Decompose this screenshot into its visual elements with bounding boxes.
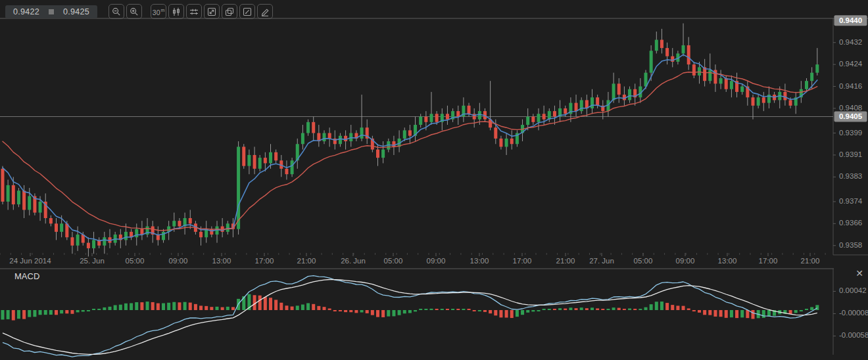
time-tick-label: 05:00 xyxy=(126,257,145,265)
time-tick-label: 13:00 xyxy=(212,257,231,265)
macd-histogram-bar xyxy=(542,309,546,310)
close-icon: ✕ xyxy=(856,268,863,279)
time-tick-label: 25. Jun xyxy=(80,257,105,265)
edit-button[interactable] xyxy=(239,4,255,19)
macd-histogram-bar xyxy=(553,309,556,310)
indicator-settings-button[interactable] xyxy=(186,4,202,19)
candle-body xyxy=(526,116,529,125)
candle-body xyxy=(740,87,744,92)
draw-button[interactable] xyxy=(257,4,273,19)
macd-histogram-bar xyxy=(671,305,674,310)
time-tick-label: 21:00 xyxy=(801,257,820,265)
candle-body xyxy=(789,100,792,105)
macd-histogram-bar xyxy=(644,307,648,310)
candle-body xyxy=(564,108,567,114)
macd-histogram-bar xyxy=(601,309,604,310)
macd-histogram-bar xyxy=(606,309,610,310)
macd-histogram-bar xyxy=(76,310,80,312)
macd-histogram-bar xyxy=(414,310,417,311)
candle-body xyxy=(430,114,433,122)
zoom-out-button[interactable] xyxy=(108,4,124,19)
candle-body xyxy=(591,97,594,108)
time-tick-label: 09:00 xyxy=(676,257,695,265)
candle-body xyxy=(692,64,696,76)
candle-body xyxy=(199,232,203,237)
candle-body xyxy=(12,185,15,204)
fullscreen-button[interactable] xyxy=(204,4,220,19)
candle-body xyxy=(805,81,808,89)
candle-body xyxy=(665,48,669,56)
macd-histogram-bar xyxy=(306,303,310,310)
macd-histogram-bar xyxy=(226,307,229,310)
macd-histogram-bar xyxy=(39,310,42,315)
macd-histogram-bar xyxy=(296,305,299,310)
macd-histogram-bar xyxy=(569,307,572,310)
candle-body xyxy=(580,100,583,111)
macd-histogram-bar xyxy=(665,303,669,310)
sliders-icon xyxy=(189,7,199,16)
macd-histogram-bar xyxy=(478,310,481,311)
candle-body xyxy=(103,237,106,246)
macd-histogram-bar xyxy=(1,310,5,320)
macd-histogram-bar xyxy=(49,310,53,315)
zoom-out-icon xyxy=(112,7,121,16)
macd-histogram-bar xyxy=(424,309,427,310)
candle-body xyxy=(258,158,262,169)
macd-histogram-bar xyxy=(730,310,733,317)
compare-button[interactable] xyxy=(222,4,237,19)
macd-histogram-bar xyxy=(499,310,502,317)
macd-histogram-bar xyxy=(82,310,85,311)
candle-body xyxy=(708,70,711,81)
candle-body xyxy=(339,136,342,145)
macd-histogram-bar xyxy=(221,307,224,310)
macd-histogram-bar xyxy=(97,309,101,310)
candle-body xyxy=(612,83,615,100)
price-tick-label: 0.9366 xyxy=(839,219,862,227)
price-chart-canvas[interactable]: 0.94320.94240.94160.94080.93990.93910.93… xyxy=(0,0,868,360)
candle-body xyxy=(135,229,138,238)
candle-body xyxy=(468,106,471,114)
bid-price: 0.9422 xyxy=(13,7,39,16)
macd-histogram-bar xyxy=(800,310,803,311)
macd-histogram-bar xyxy=(451,309,454,310)
macd-histogram-bar xyxy=(7,310,10,319)
candle-body xyxy=(494,127,497,139)
interval-label: 30m xyxy=(153,8,165,16)
candle-body xyxy=(381,150,385,158)
macd-histogram-bar xyxy=(708,310,711,315)
macd-histogram-bar xyxy=(617,308,621,310)
macd-histogram-bar xyxy=(719,310,723,317)
macd-histogram-bar xyxy=(371,310,374,315)
candle-body xyxy=(312,122,315,133)
macd-histogram-bar xyxy=(92,309,95,310)
macd-histogram-bar xyxy=(558,308,562,310)
spread-indicator xyxy=(49,9,54,14)
candle-body xyxy=(757,97,760,106)
candle-body xyxy=(274,152,277,161)
interval-button[interactable]: 30m xyxy=(151,4,166,19)
indicator-close-button[interactable]: ✕ xyxy=(853,267,866,280)
candle-body xyxy=(17,191,20,204)
macd-histogram-bar xyxy=(580,307,583,310)
candle-body xyxy=(730,81,733,89)
macd-histogram-bar xyxy=(713,310,717,317)
candle-body xyxy=(328,133,331,139)
price-badge-label: 0.9440 xyxy=(839,16,862,24)
macd-histogram-bar xyxy=(274,300,277,310)
macd-histogram-bar xyxy=(279,303,283,310)
macd-histogram-bar xyxy=(435,309,439,310)
zoom-in-button[interactable] xyxy=(126,4,142,19)
macd-histogram-bar xyxy=(483,310,487,312)
candle-body xyxy=(510,139,514,144)
price-tick-label: 0.9424 xyxy=(839,60,863,68)
macd-histogram-bar xyxy=(510,310,514,318)
macd-histogram-bar xyxy=(231,307,235,310)
candle-body xyxy=(762,97,765,102)
time-tick-label: 21:00 xyxy=(297,257,316,265)
time-tick-label: 27. Jun xyxy=(589,257,614,265)
chart-type-button[interactable] xyxy=(168,4,184,19)
macd-histogram-bar xyxy=(537,310,541,311)
price-tick-label: 0.9383 xyxy=(839,172,862,180)
bid-ask-quote[interactable]: 0.9422 0.9425 xyxy=(5,5,97,18)
candle-body xyxy=(301,133,304,145)
